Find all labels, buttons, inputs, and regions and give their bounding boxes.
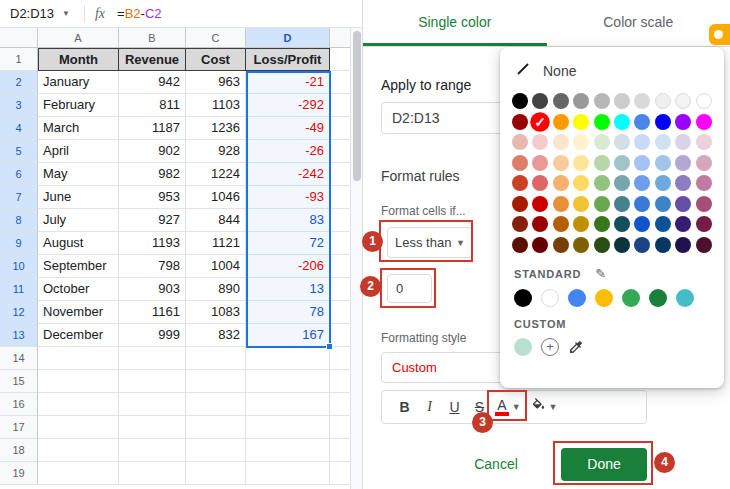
color-swatch-999999[interactable] xyxy=(573,93,589,109)
color-swatch-00ffff[interactable] xyxy=(614,114,630,130)
color-swatch-ea9999[interactable] xyxy=(532,155,548,171)
color-swatch-741b47[interactable] xyxy=(696,216,712,232)
color-swatch-efefef[interactable] xyxy=(655,93,671,109)
cell-B4[interactable]: 1187 xyxy=(119,117,186,140)
cell-A14[interactable] xyxy=(38,347,119,370)
cell-B6[interactable]: 982 xyxy=(119,163,186,186)
condition-value-input[interactable]: 0 xyxy=(387,274,432,303)
condition-dropdown[interactable]: Less than ▼ xyxy=(387,227,473,258)
cell-C6[interactable]: 1224 xyxy=(186,163,246,186)
cell-B18[interactable] xyxy=(119,439,186,462)
row-header-15[interactable]: 15 xyxy=(0,370,38,393)
cell-D8[interactable]: 83 xyxy=(246,209,330,232)
color-swatch-f6b26b[interactable] xyxy=(553,175,569,191)
color-swatch-660000[interactable] xyxy=(532,237,548,253)
color-swatch-351c75[interactable] xyxy=(675,216,691,232)
cell-A4[interactable]: March xyxy=(38,117,119,140)
cell-D15[interactable] xyxy=(246,370,330,393)
color-swatch-6fa8dc[interactable] xyxy=(655,175,671,191)
cell-C19[interactable] xyxy=(186,462,246,485)
cell-B9[interactable]: 1193 xyxy=(119,232,186,255)
color-swatch-a2c4c9[interactable] xyxy=(614,155,630,171)
color-swatch-e06666[interactable] xyxy=(532,175,548,191)
row-header-1[interactable]: 1 xyxy=(0,48,38,71)
row-header-11[interactable]: 11 xyxy=(0,278,38,301)
color-swatch-0000ff[interactable] xyxy=(655,114,671,130)
color-swatch-cc4125[interactable] xyxy=(512,175,528,191)
color-swatch-f9cb9c[interactable] xyxy=(553,155,569,171)
row-header-9[interactable]: 9 xyxy=(0,232,38,255)
cell-A10[interactable]: September xyxy=(38,255,119,278)
theme-color-188038[interactable] xyxy=(649,289,667,307)
vertical-scrollbar[interactable] xyxy=(350,28,362,489)
color-swatch-434343[interactable] xyxy=(532,93,548,109)
cell-D11[interactable]: 13 xyxy=(246,278,330,301)
color-swatch-b6d7a8[interactable] xyxy=(594,155,610,171)
cell-C16[interactable] xyxy=(186,393,246,416)
eyedropper-button[interactable] xyxy=(568,339,584,355)
cell-B7[interactable]: 953 xyxy=(119,186,186,209)
cell-A6[interactable]: May xyxy=(38,163,119,186)
color-swatch-ff9900[interactable] xyxy=(553,114,569,130)
color-swatch-20124d[interactable] xyxy=(675,237,691,253)
cell-B3[interactable]: 811 xyxy=(119,94,186,117)
cell-D13[interactable]: 167 xyxy=(246,324,330,347)
cell-B8[interactable]: 927 xyxy=(119,209,186,232)
cell-D4[interactable]: -49 xyxy=(246,117,330,140)
color-swatch-d0e0e3[interactable] xyxy=(614,134,630,150)
cell-C5[interactable]: 928 xyxy=(186,140,246,163)
tab-color-scale[interactable]: Color scale xyxy=(547,0,730,46)
cell-D7[interactable]: -93 xyxy=(246,186,330,209)
color-swatch-45818e[interactable] xyxy=(614,196,630,212)
color-swatch-38761d[interactable] xyxy=(594,216,610,232)
cell-C13[interactable]: 832 xyxy=(186,324,246,347)
color-swatch-a61c00[interactable] xyxy=(512,196,528,212)
row-header-12[interactable]: 12 xyxy=(0,301,38,324)
cell-C7[interactable]: 1046 xyxy=(186,186,246,209)
color-swatch-e69138[interactable] xyxy=(553,196,569,212)
cell-D6[interactable]: -242 xyxy=(246,163,330,186)
color-swatch-ff00ff[interactable] xyxy=(696,114,712,130)
cell-A9[interactable]: August xyxy=(38,232,119,255)
done-button[interactable]: Done xyxy=(561,448,647,481)
color-swatch-073763[interactable] xyxy=(655,237,671,253)
color-swatch-00ff00[interactable] xyxy=(594,114,610,130)
color-swatch-8e7cc3[interactable] xyxy=(675,175,691,191)
cell-A15[interactable] xyxy=(38,370,119,393)
color-swatch-f4cccc[interactable] xyxy=(532,134,548,150)
color-swatch-a4c2f4[interactable] xyxy=(634,155,650,171)
color-swatch-990000[interactable] xyxy=(532,216,548,232)
color-swatch-c27ba0[interactable] xyxy=(696,175,712,191)
row-header-14[interactable]: 14 xyxy=(0,347,38,370)
color-swatch-4c1130[interactable] xyxy=(696,237,712,253)
cell-B15[interactable] xyxy=(119,370,186,393)
color-swatch-a64d79[interactable] xyxy=(696,196,712,212)
color-swatch-3d85c6[interactable] xyxy=(655,196,671,212)
color-swatch-6aa84f[interactable] xyxy=(594,196,610,212)
cell-B19[interactable] xyxy=(119,462,186,485)
color-swatch-0b5394[interactable] xyxy=(655,216,671,232)
color-swatch-666666[interactable] xyxy=(553,93,569,109)
color-swatch-674ea7[interactable] xyxy=(675,196,691,212)
row-header-19[interactable]: 19 xyxy=(0,462,38,485)
cell-B1[interactable]: Revenue xyxy=(119,48,186,71)
color-swatch-cfe2f3[interactable] xyxy=(655,134,671,150)
color-swatch-9900ff[interactable] xyxy=(675,114,691,130)
color-swatch-93c47d[interactable] xyxy=(594,175,610,191)
theme-color-46bdc6[interactable] xyxy=(676,289,694,307)
cell-D10[interactable]: -206 xyxy=(246,255,330,278)
cell-B17[interactable] xyxy=(119,416,186,439)
color-swatch-ff0000[interactable] xyxy=(531,112,551,132)
cell-A18[interactable] xyxy=(38,439,119,462)
color-swatch-ffe599[interactable] xyxy=(573,155,589,171)
row-header-18[interactable]: 18 xyxy=(0,439,38,462)
color-swatch-d9d2e9[interactable] xyxy=(675,134,691,150)
tab-single-color[interactable]: Single color xyxy=(363,0,547,46)
cell-D3[interactable]: -292 xyxy=(246,94,330,117)
scrollbar-thumb[interactable] xyxy=(353,31,361,181)
theme-color-000000[interactable] xyxy=(514,289,532,307)
theme-color-ffffff[interactable] xyxy=(541,289,559,307)
italic-button[interactable]: I xyxy=(417,399,442,415)
name-box[interactable]: D2:D13 xyxy=(0,6,56,21)
custom-color-b7e1cd[interactable] xyxy=(514,338,532,356)
